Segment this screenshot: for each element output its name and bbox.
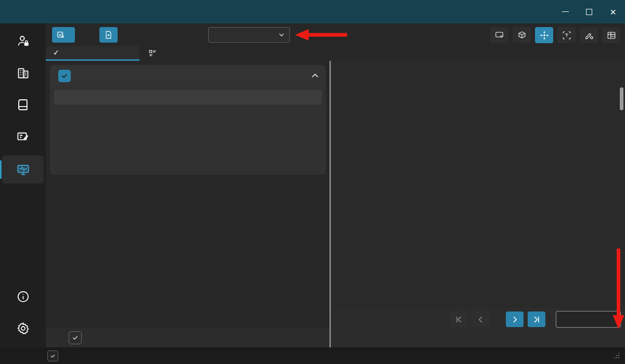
sidebar-item-projects[interactable] (0, 92, 46, 119)
cube-button[interactable] (513, 27, 531, 43)
select-text-button[interactable] (557, 27, 576, 43)
sidebar (0, 23, 46, 347)
sidebar-item-about[interactable] (0, 284, 46, 311)
table-footer (332, 308, 625, 347)
validate-button[interactable] (52, 27, 75, 43)
monitor-pulse-icon (16, 163, 30, 177)
active-rules-footer (46, 328, 330, 347)
minimize-button[interactable] (553, 0, 577, 23)
sidebar-spacer (0, 188, 46, 284)
maximize-icon (586, 9, 592, 15)
document-lock-button[interactable] (99, 27, 118, 43)
prev-page-icon (477, 316, 484, 323)
building-icon (16, 66, 30, 80)
info-icon (16, 290, 30, 304)
next-page-icon (511, 316, 519, 323)
next-page-button[interactable] (506, 311, 524, 327)
rules-section-body (50, 86, 326, 175)
close-icon: × (610, 7, 616, 17)
sidebar-item-settings[interactable] (0, 316, 46, 343)
panel-splitter[interactable] (329, 61, 331, 347)
maximize-button[interactable] (577, 0, 601, 23)
filter-panel (46, 61, 330, 328)
check-icon: ✓ (53, 48, 59, 57)
first-page-icon (455, 316, 463, 323)
titlebar: × (0, 0, 625, 23)
tab-family-performance[interactable] (139, 46, 170, 61)
view-filter-dropdown[interactable] (208, 27, 290, 43)
move-element-button[interactable] (535, 27, 553, 43)
validate-check-icon (57, 31, 65, 39)
issues-table (332, 61, 625, 308)
rules-filter-input[interactable] (54, 90, 322, 105)
sidebar-item-rules[interactable] (0, 124, 46, 151)
table-icon (607, 31, 616, 40)
cube-icon (517, 31, 527, 40)
sidebar-item-login[interactable] (0, 29, 46, 56)
pen-settings-button[interactable] (580, 27, 598, 43)
select-text-icon (562, 31, 571, 40)
first-page-button[interactable] (450, 311, 467, 327)
chevron-down-icon (279, 33, 284, 37)
sidebar-item-model-info[interactable] (0, 60, 46, 87)
section-checkbox-checked[interactable] (58, 70, 71, 82)
document-lock-icon (105, 31, 112, 39)
tabbar: ✓ (46, 46, 625, 61)
minimize-icon (562, 11, 569, 12)
gear-icon (16, 321, 30, 335)
list-check-icon (149, 49, 157, 57)
pen-settings-icon (584, 31, 594, 40)
close-button[interactable]: × (601, 0, 625, 23)
screen-share-button[interactable] (490, 27, 508, 43)
status-bar (0, 347, 625, 364)
window-controls: × (553, 0, 625, 23)
toolbar-right-buttons (490, 27, 620, 43)
pagination (332, 311, 625, 328)
table-button[interactable] (602, 27, 620, 43)
last-page-button[interactable] (528, 311, 545, 327)
filter-section-rules[interactable] (50, 65, 326, 86)
last-page-icon (533, 316, 541, 323)
table-scrollbar[interactable] (620, 87, 623, 110)
tab-validation-results[interactable]: ✓ (46, 46, 139, 61)
page-size-input[interactable] (556, 311, 621, 328)
chevron-up-icon (312, 73, 318, 78)
book-icon (16, 98, 30, 112)
screen-share-icon (495, 31, 504, 40)
only-validate-checkbox-checked[interactable] (69, 331, 82, 344)
prev-page-button[interactable] (471, 311, 489, 327)
app-window: × (0, 0, 625, 364)
toolbar (46, 23, 625, 46)
issues-table-header (332, 61, 625, 82)
resize-grip[interactable] (614, 353, 620, 359)
sidebar-item-validation-active[interactable] (2, 155, 44, 184)
move-element-icon (540, 31, 549, 40)
logged-in-checkbox-checked[interactable] (47, 350, 58, 361)
person-lock-icon (16, 34, 30, 48)
rule-card-icon (16, 129, 30, 144)
